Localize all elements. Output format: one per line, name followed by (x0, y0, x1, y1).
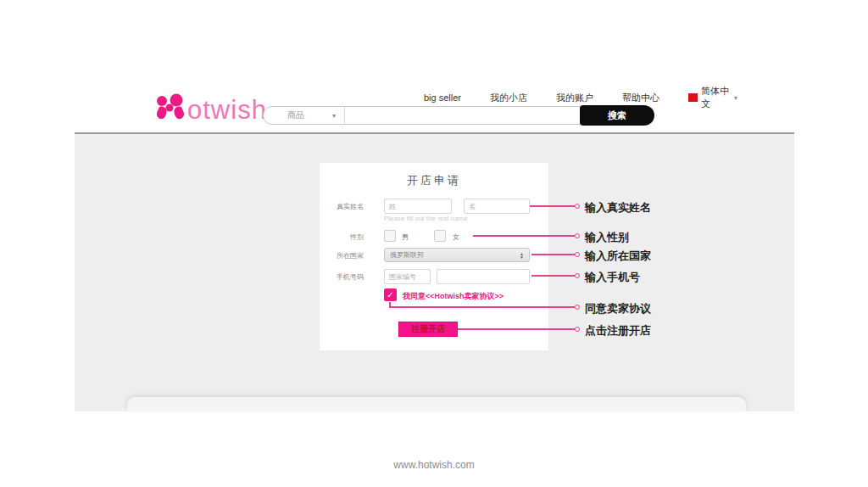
select-stepper-icon: ▲▼ (520, 252, 524, 259)
site-url: www.hotwish.com (0, 459, 868, 471)
callout-dot-agreement (575, 305, 580, 310)
phone-number-input[interactable] (437, 269, 530, 284)
callout-dot-real-name (575, 204, 580, 209)
country-row: 所在国家 俄罗斯联邦 ▲▼ (320, 248, 548, 262)
register-shop-button[interactable]: 注册开店 (398, 322, 458, 337)
language-label: 简体中文 (701, 85, 731, 110)
callout-gender: 输入性别 (585, 230, 629, 245)
gender-label: 性别 (304, 232, 364, 242)
callout-register: 点击注册开店 (585, 323, 651, 339)
chevron-down-icon: ▾ (332, 112, 336, 120)
callout-dot-register (575, 327, 580, 332)
nav-big-seller[interactable]: big seller (424, 92, 461, 103)
agreement-text[interactable]: 我同意<<Hotwish卖家协议>> (403, 291, 504, 302)
hotwish-logo[interactable]: otwish (155, 93, 267, 126)
callout-line-register (458, 328, 575, 330)
search-category-label: 商品 (287, 109, 304, 121)
country-selected-value: 俄罗斯联邦 (390, 250, 424, 260)
nav-my-shop[interactable]: 我的小店 (490, 92, 527, 104)
callout-dot-gender (575, 233, 580, 238)
callout-dot-phone (575, 273, 580, 278)
search-button[interactable]: 搜索 (580, 105, 654, 126)
callout-phone: 输入手机号 (585, 270, 640, 285)
search-category-dropdown[interactable]: 商品 ▾ (264, 107, 345, 124)
country-code-input[interactable] (384, 269, 431, 284)
female-checkbox[interactable] (434, 230, 446, 242)
page: otwish big seller 我的小店 我的账户 帮助中心 简体中文 ▾ … (0, 0, 868, 487)
callout-line-gender (473, 235, 575, 237)
country-select[interactable]: 俄罗斯联邦 ▲▼ (384, 248, 530, 262)
callout-line-real-name (530, 205, 575, 207)
female-label: 女 (453, 232, 459, 242)
band-footer-bar (127, 397, 746, 411)
country-label: 所在国家 (304, 251, 364, 260)
surname-input[interactable] (384, 199, 452, 214)
callout-dot-country (575, 252, 580, 257)
phone-row: 手机号码 (320, 269, 548, 284)
agreement-checkbox[interactable]: ✓ (384, 288, 397, 301)
callout-line-country (531, 254, 575, 255)
real-name-helper-text: Please fill out the real name (384, 215, 468, 222)
nav-help-center[interactable]: 帮助中心 (622, 92, 659, 104)
nav-my-account[interactable]: 我的账户 (556, 92, 593, 104)
logo-text: otwish (187, 97, 267, 123)
language-selector[interactable]: 简体中文 ▾ (688, 85, 737, 110)
real-name-label: 真实姓名 (304, 202, 364, 211)
chevron-down-icon: ▾ (734, 94, 737, 102)
phone-label: 手机号码 (304, 272, 364, 282)
real-name-row: 真实姓名 (320, 199, 548, 214)
callout-agreement: 同意卖家协议 (585, 301, 651, 316)
shop-application-form: 开店申请 真实姓名 Please fill out the real name … (320, 163, 548, 350)
china-flag-icon (688, 93, 698, 102)
givenname-input[interactable] (464, 199, 530, 214)
hotwish-logo-icon (155, 93, 186, 126)
search-bar: 商品 ▾ 搜索 (263, 106, 654, 125)
callout-line-phone (531, 275, 575, 277)
agreement-row: ✓ 我同意<<Hotwish卖家协议>> (320, 288, 548, 302)
male-checkbox[interactable] (384, 230, 396, 242)
callout-line-agreement (389, 306, 575, 308)
male-label: 男 (402, 232, 409, 242)
form-title: 开店申请 (320, 173, 548, 188)
callout-country: 输入所在国家 (585, 249, 651, 264)
callout-real-name: 输入真实姓名 (585, 200, 651, 216)
search-input[interactable] (345, 107, 580, 124)
